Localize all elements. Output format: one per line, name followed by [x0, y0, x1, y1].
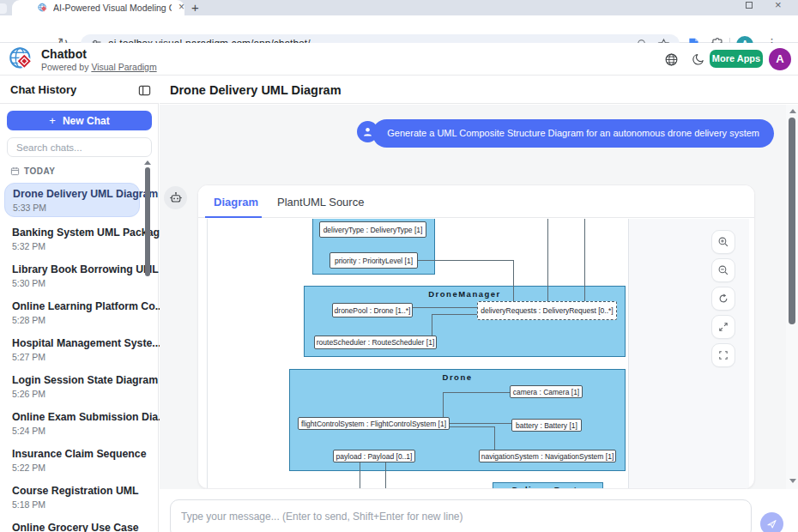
uml-part-payload[interactable]: payload : Payload [0..1]: [333, 450, 415, 462]
message-input[interactable]: [170, 499, 752, 532]
chat-item-time: 5:18 PM: [12, 499, 140, 510]
chat-item-title: Online Exam Submission Dia...: [12, 411, 140, 423]
chat-item-time: 5:30 PM: [12, 278, 140, 288]
send-plane-icon: [766, 518, 777, 529]
powered-by: Powered by Visual Paradigm: [41, 62, 157, 72]
user-message-bubble: Generate a UML Composite Structure Diagr…: [372, 119, 774, 148]
chat-item-title: Library Book Borrowing UML: [12, 263, 140, 275]
browser-toolbar: ← → ↻ ai-toolbox.visual-paradigm.com/app…: [0, 15, 798, 43]
today-label: TODAY: [24, 166, 55, 176]
new-chat-label: New Chat: [63, 115, 110, 127]
connector: [443, 392, 510, 393]
connector: [450, 426, 494, 427]
conversation-title: Drone Delivery UML Diagram: [170, 83, 342, 97]
reset-view-button[interactable]: [711, 287, 735, 311]
visual-paradigm-logo: [9, 45, 35, 72]
diagram-tab-bar: Diagram PlantUML Source: [198, 185, 754, 218]
connector: [385, 462, 386, 489]
uml-part-battery[interactable]: battery : Battery [1]: [511, 419, 582, 432]
chat-item-title: Drone Delivery UML Diagram: [13, 188, 139, 200]
chat-scrollbar-thumb[interactable]: [789, 118, 795, 324]
chat-history-item[interactable]: Course Registration UML5:18 PM: [4, 483, 140, 515]
calendar-icon: [10, 166, 20, 176]
robot-icon: [169, 191, 183, 205]
active-tab-underline: [205, 216, 262, 218]
bot-avatar: [164, 186, 187, 209]
connector: [418, 260, 513, 261]
uml-part-delivery-requests[interactable]: deliveryRequests : DeliveryRequest [0..*…: [477, 301, 617, 320]
connector: [547, 219, 548, 302]
chat-history-item[interactable]: Online Grocery Use Case: [4, 520, 140, 532]
chat-item-time: 5:24 PM: [12, 426, 140, 436]
browser-tabstrip: AI-Powered Visual Modeling Ch × + ×: [0, 0, 798, 15]
uml-part-route-scheduler[interactable]: routeScheduler : RouteScheduler [1]: [314, 336, 437, 349]
sidebar-title: Chat History: [10, 83, 76, 96]
more-apps-button[interactable]: More Apps: [710, 50, 763, 68]
chat-item-title: Hospital Management Syste...: [12, 337, 140, 349]
connector: [443, 392, 444, 417]
zoom-out-button[interactable]: [711, 258, 735, 282]
chat-history-list: Drone Delivery UML Diagram5:33 PM Bankin…: [4, 183, 142, 532]
connector: [360, 462, 360, 489]
chat-history-item[interactable]: Drone Delivery UML Diagram5:33 PM: [4, 183, 140, 217]
app-title: Chatbot: [41, 47, 87, 61]
chat-item-time: 5:28 PM: [12, 315, 140, 325]
language-globe-icon[interactable]: [664, 52, 679, 67]
chat-item-time: 5:26 PM: [12, 389, 140, 399]
chat-history-item[interactable]: Online Exam Submission Dia...5:24 PM: [4, 409, 140, 441]
chat-item-title: Course Registration UML: [12, 485, 140, 497]
browser-tab[interactable]: AI-Powered Visual Modeling Ch ×: [12, 0, 184, 15]
chat-item-time: 5:27 PM: [12, 352, 140, 362]
chat-history-item[interactable]: Banking System UML Packag...5:32 PM: [4, 225, 140, 257]
tab-plantuml-source[interactable]: PlantUML Source: [277, 196, 364, 209]
chat-history-item[interactable]: Hospital Management Syste...5:27 PM: [4, 336, 140, 367]
collapse-sidebar-icon[interactable]: [138, 84, 151, 97]
uml-part-navigation[interactable]: navigationSystem : NavigationSystem [1]: [479, 450, 616, 462]
tab-close-icon[interactable]: ×: [178, 1, 184, 13]
uml-part-delivery-type[interactable]: deliveryType : DeliveryType [1]: [319, 221, 426, 238]
window-close-icon[interactable]: ×: [775, 0, 782, 11]
connector: [584, 219, 585, 302]
chat-scroll-up-arrow[interactable]: [789, 109, 796, 113]
chat-item-time: 5:33 PM: [13, 203, 139, 213]
expand-view-button[interactable]: [711, 315, 735, 339]
uml-class-title: DroneManager: [305, 289, 625, 299]
fullscreen-button[interactable]: [711, 343, 735, 367]
dark-mode-moon-icon[interactable]: [692, 52, 705, 66]
connector: [450, 423, 511, 424]
visual-paradigm-link[interactable]: Visual Paradigm: [91, 62, 156, 72]
zoom-in-button[interactable]: [711, 230, 735, 254]
uml-part-priority[interactable]: priority : PriorityLevel [1]: [329, 252, 418, 269]
chat-scroll-down-arrow[interactable]: [789, 479, 796, 483]
uml-part-camera[interactable]: camera : Camera [1]: [510, 385, 583, 398]
connector: [413, 307, 477, 308]
chat-item-title: Login Session State Diagram: [12, 374, 140, 386]
diagram-card: Diagram PlantUML Source DroneManager Dro…: [197, 184, 755, 489]
today-section-header: TODAY: [10, 166, 55, 176]
chat-item-time: 5:32 PM: [12, 241, 140, 251]
plus-icon: +: [49, 114, 56, 127]
chat-item-time: 5:22 PM: [12, 462, 140, 473]
search-chats-input[interactable]: [7, 137, 152, 157]
window-maximize-icon[interactable]: [746, 2, 753, 9]
user-account-avatar[interactable]: A: [769, 48, 791, 70]
send-button[interactable]: [760, 512, 783, 532]
tab-diagram[interactable]: Diagram: [214, 196, 258, 209]
chat-history-item[interactable]: Insurance Claim Sequence5:22 PM: [4, 446, 140, 478]
chat-item-title: Banking System UML Packag...: [12, 227, 140, 239]
powered-by-text: Powered by: [41, 62, 91, 72]
sidebar-scrollbar-thumb[interactable]: [145, 167, 150, 276]
app-header: Chatbot Powered by Visual Paradigm More …: [0, 43, 798, 76]
uml-part-drone-pool[interactable]: dronePool : Drone [1..*]: [332, 303, 413, 317]
page: AI-Powered Visual Modeling Ch × + × ← → …: [0, 0, 798, 532]
partial-tab: [0, 3, 7, 14]
chat-item-title: Online Learning Platform Co...: [12, 300, 140, 312]
uml-class-delivery-route[interactable]: DeliveryRoute: [493, 482, 603, 489]
chat-history-item[interactable]: Login Session State Diagram5:26 PM: [4, 372, 140, 404]
chat-history-item[interactable]: Library Book Borrowing UML5:30 PM: [4, 262, 140, 293]
new-tab-button[interactable]: +: [191, 0, 199, 15]
sidebar-scroll-up-arrow[interactable]: [144, 160, 151, 165]
chat-history-item[interactable]: Online Learning Platform Co...5:28 PM: [4, 299, 140, 330]
uml-part-flight-control[interactable]: flightControlSystem : FlightControlSyste…: [298, 417, 450, 430]
new-chat-button[interactable]: + New Chat: [7, 111, 152, 130]
